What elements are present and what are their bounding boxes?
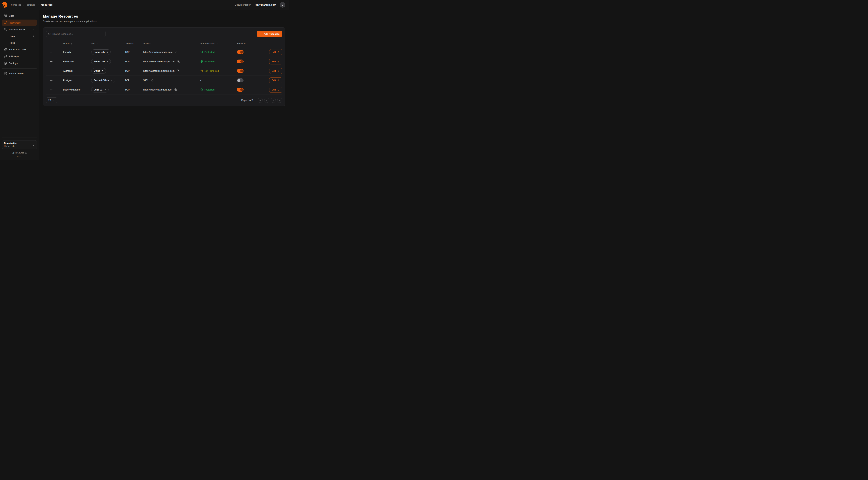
site-link[interactable]: Edge 01 [91,87,108,92]
header-enabled: Enabled [237,42,246,45]
breadcrumb: home-lab settings resources [11,3,53,6]
shield-check-icon [200,60,203,63]
ellipsis-icon [50,69,53,72]
edit-button[interactable]: Edit [269,78,282,83]
sidebar-item-users[interactable]: Users [2,33,37,39]
sort-icon[interactable] [216,42,219,45]
breadcrumb-org[interactable]: home-lab [11,3,21,6]
open-source-label: Open Source [12,152,24,154]
user-email[interactable]: joe@example.com [255,3,276,6]
ellipsis-icon [50,51,53,54]
site-link[interactable]: Home Lab [91,59,111,64]
row-actions-button[interactable] [49,69,54,73]
sort-icon[interactable] [96,42,99,45]
ellipsis-icon [50,79,53,82]
edit-button[interactable]: Edit [269,59,282,64]
auth-status: Protected [205,51,215,53]
ellipsis-icon [50,88,53,91]
copy-button[interactable] [177,60,181,63]
page-title: Manage Resources [43,14,285,19]
pagination: Page 1 of 1 [241,98,282,103]
copy-icon [177,69,180,72]
enabled-toggle[interactable] [237,79,244,82]
resources-card: Add Resource Name Site Protocol Acc [43,27,285,106]
sidebar-item-sites[interactable]: Sites [2,13,37,19]
sidebar-item-api-keys[interactable]: API Keys [2,53,37,60]
sort-icon[interactable] [71,42,73,45]
copy-button[interactable] [151,79,154,82]
avatar[interactable]: J [280,2,285,8]
table-header: Name Site Protocol Access Authentication… [46,40,282,48]
edit-button[interactable]: Edit [269,49,282,55]
site-name: Home Lab [94,51,104,53]
add-resource-label: Add Resource [264,33,280,35]
table-body: Immich Home Lab TCP https://immich.examp… [46,48,282,94]
search-input[interactable] [53,33,103,35]
documentation-link[interactable]: Documentation [235,3,251,6]
first-page-button[interactable] [258,98,263,103]
next-page-button[interactable] [271,98,276,103]
edit-button[interactable]: Edit [269,68,282,74]
resources-table: Name Site Protocol Access Authentication… [46,40,282,94]
page-size-value: 20 [48,99,51,101]
sidebar-item-label: Roles [9,41,15,44]
row-actions-button[interactable] [49,50,54,54]
copy-button[interactable] [174,88,178,91]
site-link[interactable]: Second Office [91,78,115,83]
sidebar-item-access-control[interactable]: Access Control [2,26,37,33]
copy-button[interactable] [175,50,178,54]
breadcrumb-settings[interactable]: settings [27,3,35,6]
row-actions-button[interactable] [49,59,54,64]
access-value: https://authentik.example.com [143,69,175,72]
arrow-right-icon [277,79,280,82]
chevron-down-icon [32,28,35,31]
page-size-select[interactable]: 20 [46,97,57,103]
table-row: Immich Home Lab TCP https://immich.examp… [46,48,282,57]
chevron-right-icon [23,4,25,6]
sidebar-item-label: Sites [9,14,14,17]
resource-name: Bitwarden [63,60,91,63]
access-value: https://bitwarden.example.com [143,60,175,63]
organization-value: Home Lab [4,145,17,148]
site-name: Edge 01 [94,89,102,91]
app-logo[interactable] [2,2,7,8]
copy-button[interactable] [177,69,180,72]
enabled-toggle[interactable] [237,60,244,63]
add-resource-button[interactable]: Add Resource [257,31,282,37]
row-actions-button[interactable] [49,78,54,83]
site-link[interactable]: Home Lab [91,50,111,55]
table-row: Bitwarden Home Lab TCP https://bitwarden… [46,57,282,66]
site-name: Home Lab [94,60,104,63]
access-value: https://battery.example.com [143,88,172,91]
sidebar-item-server-admin[interactable]: Server Admin [2,70,37,77]
enabled-toggle[interactable] [237,50,244,54]
site-name: Second Office [94,79,109,82]
users-icon [4,28,7,31]
last-page-button[interactable] [277,98,282,103]
copy-icon [151,79,154,82]
sidebar-item-settings[interactable]: Settings [2,60,37,66]
sidebar-item-roles[interactable]: Roles [2,40,37,46]
sidebar-item-resources[interactable]: Resources [2,20,37,26]
table-row: Postgres Second Office TCP 5432 - Edit [46,76,282,85]
enabled-toggle[interactable] [237,88,244,92]
sidebar-item-label: API Keys [9,55,19,58]
edit-button[interactable]: Edit [269,87,282,93]
page-info: Page 1 of 1 [241,99,253,101]
sidebar-item-shareable-links[interactable]: Shareable Links [2,46,37,53]
row-actions-button[interactable] [49,88,54,92]
enabled-toggle[interactable] [237,69,244,73]
avatar-initial: J [282,3,283,6]
previous-page-button[interactable] [264,98,269,103]
toggle-knob [238,79,240,82]
edit-label: Edit [272,79,276,82]
resource-name: Battery Manager [63,88,91,91]
organization-selector[interactable]: Organization Home Lab [2,140,37,149]
open-source-link[interactable]: Open Source [2,152,37,154]
access-value: 5432 [143,79,149,82]
table-row: Authentik Office TCP https://authentik.e… [46,66,282,76]
site-link[interactable]: Office [91,68,106,74]
auth-status: Not Protected [205,69,219,72]
protocol: TCP [125,51,143,53]
copy-icon [175,88,177,91]
